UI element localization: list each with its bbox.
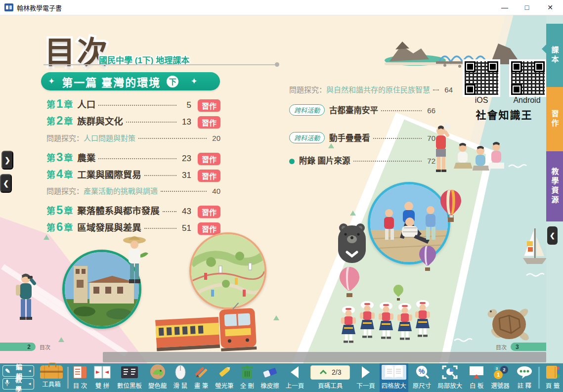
mode-buttons: ✎ 編 輯 ◄ 教 學 ◄ [2,365,34,390]
tool-original-size[interactable]: % 原尺寸 [411,363,433,392]
page-marker-right: 目次 3 [496,343,546,351]
page-number-box[interactable]: 2/3 [310,365,350,380]
chapter-title: 工業與國際貿易 [77,168,141,180]
divider-dot [275,62,279,67]
tool-annotation[interactable]: 註 釋 [514,363,535,392]
tool-chameleon[interactable]: 變色龍 [146,363,169,392]
tool-toc[interactable]: 目 次 [71,363,89,392]
workbook-badge[interactable]: 習作 [198,99,220,112]
toc-row-chapter-6[interactable]: 第6章 區域發展與差異 51 習作 [46,220,220,234]
right-sidebar: 課本 習作 教學資源 ❮ [546,15,563,363]
workbook-badge[interactable]: 習作 [198,206,220,218]
page-number: 64 [442,86,453,94]
toolbox-button[interactable]: 工具箱 [38,364,65,389]
page-number-pill: 3 [511,343,546,351]
workbook-badge[interactable]: 習作 [198,170,220,182]
left-arrow-icon: ◄ [28,382,32,386]
toc-row-chapter-3[interactable]: 第3章 農業 23 習作 [46,150,220,164]
tool-number-picker[interactable]: 321 選號器 [489,363,512,392]
dual-page-icon [94,365,111,380]
workbook-badge[interactable]: 習作 [198,116,220,129]
tool-eraser[interactable]: 橡皮擦 [259,363,281,392]
star-icon: ✦ [190,76,197,87]
wave-icon [508,163,527,168]
tabbed-book-icon [545,365,560,380]
tool-prev-page[interactable]: 上一頁 [284,363,306,392]
tool-digital-blackboard[interactable]: 數位黑板 [115,363,144,392]
tool-dual-page[interactable]: 雙 拼 [92,363,113,392]
tool-delete-all[interactable]: 全 刪 [238,363,256,392]
svg-text:2: 2 [503,367,506,372]
toolbar-divider [538,367,540,389]
tool-pen[interactable]: 畫 筆 [192,363,211,392]
dotted-leader [433,89,439,90]
dotted-leader [163,211,176,212]
toc-row-chapter-4[interactable]: 第4章 工業與國際貿易 31 習作 [46,167,220,181]
page-bottom-shade-bar [103,352,546,362]
tool-page-tab[interactable]: 頁 籤 [543,363,562,392]
hiker-illustration [10,271,40,329]
chapter-title: 族群與文化 [77,114,123,127]
speech-bubble-icon [516,365,533,380]
page-number: 51 [179,223,191,233]
page-number: 31 [179,171,191,180]
maximize-button[interactable]: □ [516,0,538,15]
sidebar-collapse-button[interactable]: ❮ [547,226,558,245]
toc-row-chapter-2[interactable]: 第2章 族群與文化 13 習作 [46,114,220,128]
farmer-illustration [119,234,150,291]
close-button[interactable]: ✕ [539,0,562,15]
next-page-icon [360,365,372,380]
page-number: 20 [210,134,220,142]
blackboard-icon [121,365,138,380]
workbook-badge[interactable]: 習作 [198,222,220,235]
left-panel-expand-button[interactable]: ❯ [1,151,13,170]
tree-icon [273,315,279,320]
toc-row-inquiry-3[interactable]: 問題探究： 與自然和諧共存的原住民族智慧 64 [289,84,435,94]
toc-row-chapter-1[interactable]: 第1章 人口 5 習作 [46,97,220,111]
train-illustration [154,300,261,357]
tab-textbook[interactable]: 課本 [546,24,563,87]
whiteboard-icon [469,365,484,380]
prev-page-icon [289,365,301,380]
hot-air-balloon-purple [418,245,437,276]
window-titlebar: 翰林教學電子書 — □ ✕ [0,0,563,15]
page-marker-left: 2 目次 [0,343,50,351]
workbook-badge[interactable]: 習作 [198,153,220,165]
dotted-leader [138,138,207,139]
qr-label-android: Android [506,96,546,105]
toolbox-icon [40,365,63,379]
left-panel-collapse-button[interactable]: ❮ [0,174,12,193]
tree-icon [58,337,64,342]
toc-row-activity-2[interactable]: 跨科活動 動手疊疊看 70 [289,131,435,144]
toc-row-activity-1[interactable]: 跨科活動 古都臺南安平 66 [289,104,435,116]
tool-four-grid-zoom[interactable]: 四格放大 [380,363,408,392]
trash-icon [241,365,253,380]
chapter-title: 區域發展與差異 [77,220,141,233]
book-page-spread: 目次 國民中學 (1下) 地理課本 ✦ 第一篇 臺灣的環境 下 ✦ 第1章 人口… [0,15,546,363]
tree-icon [350,211,356,216]
page-number-pill: 2 [0,343,36,351]
tool-next-page[interactable]: 下一頁 [354,363,377,392]
tool-highlighter[interactable]: 螢光筆 [213,363,236,392]
tool-page-number[interactable]: 2/3 頁碼工具 [308,363,352,392]
title-divider [43,64,275,65]
tool-mouse[interactable]: 滑 鼠 [172,363,189,392]
tab-teaching-resources[interactable]: 教學資源 [546,151,563,221]
svg-text:1: 1 [497,372,500,378]
toc-row-appendix[interactable]: 附錄 圖片來源 72 [289,154,435,166]
toc-row-inquiry-2[interactable]: 問題探究： 產業活動的挑戰與調適 40 [46,185,220,196]
wave-icon [454,337,473,342]
bottom-toolbar: ✎ 編 輯 ◄ 教 學 ◄ 工具箱 目 次 雙 拼 [0,363,563,392]
tool-whiteboard[interactable]: 白 板 [467,363,486,392]
window-title: 翰林教學電子書 [17,3,62,12]
page-indicator: 2/3 [332,368,341,376]
bullet-dot-icon [289,159,295,164]
chapter-title: 人口 [77,97,95,110]
tool-partial-zoom[interactable]: 局部放大 [435,363,464,392]
toc-row-chapter-5[interactable]: 第5章 聚落體系與都市發展 43 習作 [46,203,220,217]
tab-workbook[interactable]: 習作 [546,87,563,151]
toc-row-inquiry-1[interactable]: 問題探究： 人口問題與對策 20 [46,132,220,143]
minimize-button[interactable]: — [493,0,516,15]
teach-mode-button[interactable]: 教 學 ◄ [2,378,34,390]
highlighter-icon [217,365,232,380]
